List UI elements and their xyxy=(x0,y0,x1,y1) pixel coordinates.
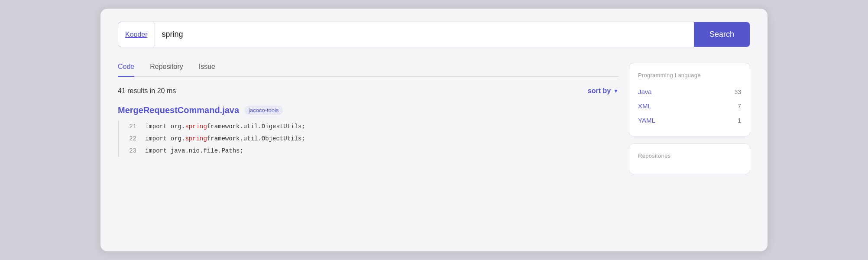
language-section: Programming Language Java 33 XML 7 YAML … xyxy=(629,63,750,136)
line-number: 22 xyxy=(126,135,136,142)
repositories-section-title: Repositories xyxy=(638,153,741,159)
tab-code[interactable]: Code xyxy=(118,63,134,77)
language-count: 1 xyxy=(738,117,741,124)
search-button[interactable]: Search xyxy=(694,22,750,47)
code-text: import org.springframework.util.DigestUt… xyxy=(145,123,305,130)
language-count: 33 xyxy=(734,88,741,95)
line-number: 23 xyxy=(126,147,136,154)
content-area: Code Repository Issue 41 results in 20 m… xyxy=(118,63,750,181)
tabs: Code Repository Issue xyxy=(118,63,619,77)
language-item-yaml[interactable]: YAML 1 xyxy=(638,113,741,127)
tab-repository[interactable]: Repository xyxy=(150,63,183,77)
code-line: 22 import org.springframework.util.Objec… xyxy=(126,133,619,145)
language-item-xml[interactable]: XML 7 xyxy=(638,99,741,113)
code-block: 21 import org.springframework.util.Diges… xyxy=(118,120,619,157)
results-summary-row: 41 results in 20 ms sort by ▼ xyxy=(118,87,619,95)
language-label: YAML xyxy=(638,117,655,124)
file-name[interactable]: MergeRequestCommand.java xyxy=(118,105,239,115)
language-item-java[interactable]: Java 33 xyxy=(638,84,741,99)
sidebar: Programming Language Java 33 XML 7 YAML … xyxy=(629,63,750,181)
language-section-title: Programming Language xyxy=(638,72,741,78)
sort-by-label: sort by xyxy=(588,87,611,95)
main-card: Kooder Search Code Repository Issue 41 r… xyxy=(100,9,768,251)
language-count: 7 xyxy=(738,103,741,110)
main-content: Code Repository Issue 41 results in 20 m… xyxy=(118,63,619,181)
search-input[interactable] xyxy=(155,22,694,47)
highlight: spring xyxy=(185,123,207,130)
code-text: import java.nio.file.Paths; xyxy=(145,147,243,154)
highlight: spring xyxy=(185,135,207,142)
code-line: 23 import java.nio.file.Paths; xyxy=(126,145,619,157)
file-title-row: MergeRequestCommand.java jacoco-tools xyxy=(118,105,619,115)
file-result: MergeRequestCommand.java jacoco-tools 21… xyxy=(118,105,619,157)
language-label: Java xyxy=(638,88,652,95)
repositories-section: Repositories xyxy=(629,143,750,174)
code-text: import org.springframework.util.ObjectUt… xyxy=(145,135,305,142)
results-summary: 41 results in 20 ms xyxy=(118,87,176,95)
search-bar: Kooder Search xyxy=(118,22,750,47)
language-label: XML xyxy=(638,102,651,110)
repo-badge[interactable]: jacoco-tools xyxy=(244,106,283,115)
line-number: 21 xyxy=(126,123,136,130)
brand-link[interactable]: Kooder xyxy=(118,23,155,46)
code-line: 21 import org.springframework.util.Diges… xyxy=(126,120,619,133)
tab-issue[interactable]: Issue xyxy=(199,63,215,77)
sort-by-button[interactable]: sort by ▼ xyxy=(588,87,619,95)
sort-by-arrow-icon: ▼ xyxy=(613,88,619,94)
